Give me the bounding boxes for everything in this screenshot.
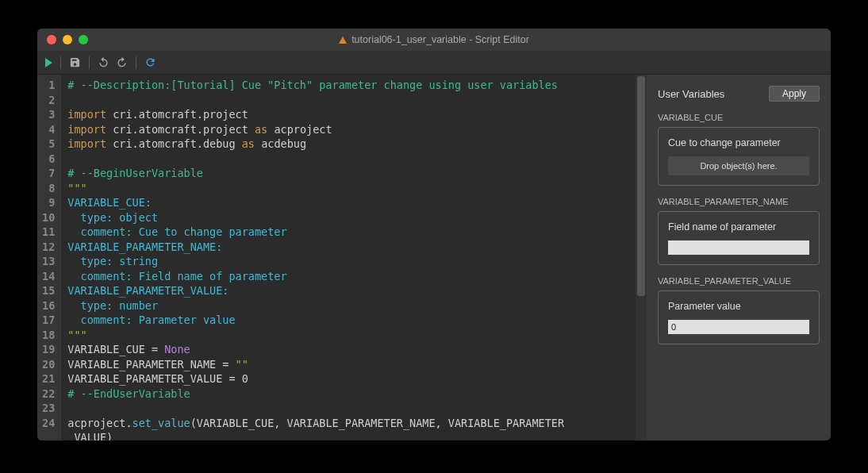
variable-block: VARIABLE_CUECue to change parameterDrop …	[658, 113, 820, 186]
variable-box: Field name of parameter	[658, 211, 820, 265]
minimize-icon[interactable]	[63, 35, 72, 44]
zoom-icon[interactable]	[79, 35, 88, 44]
window-title: tutorial06-1_user_variable - Script Edit…	[37, 34, 831, 45]
line-gutter: 1 2 3 4 5 6 7 8 9 10 11 12 13 14 15 16 1…	[37, 75, 61, 440]
panel-header: User Variables Apply	[658, 86, 820, 102]
save-icon	[69, 56, 81, 68]
vertical-scrollbar[interactable]	[636, 75, 647, 440]
window-controls	[37, 35, 88, 44]
variable-block: VARIABLE_PARAMETER_NAMEField name of par…	[658, 197, 820, 265]
undo-button[interactable]	[98, 56, 109, 68]
app-icon	[339, 37, 347, 44]
titlebar: tutorial06-1_user_variable - Script Edit…	[37, 29, 831, 51]
variable-box: Parameter value	[658, 290, 820, 344]
variable-comment: Cue to change parameter	[668, 137, 809, 148]
object-drop-zone[interactable]: Drop object(s) here.	[668, 156, 809, 175]
variable-key-label: VARIABLE_PARAMETER_VALUE	[658, 276, 820, 286]
separator	[136, 56, 136, 69]
save-button[interactable]	[69, 56, 81, 68]
variable-comment: Parameter value	[668, 301, 809, 312]
refresh-icon	[144, 56, 156, 68]
variable-box: Cue to change parameterDrop object(s) he…	[658, 127, 820, 186]
user-variables-panel: User Variables Apply VARIABLE_CUECue to …	[647, 75, 831, 440]
variable-block: VARIABLE_PARAMETER_VALUEParameter value	[658, 276, 820, 344]
refresh-button[interactable]	[144, 56, 156, 68]
variable-key-label: VARIABLE_PARAMETER_NAME	[658, 197, 820, 206]
separator	[60, 56, 61, 69]
panel-title: User Variables	[658, 88, 724, 100]
separator	[89, 56, 90, 69]
string-input[interactable]	[668, 240, 809, 255]
redo-icon	[116, 56, 128, 68]
content-area: 1 2 3 4 5 6 7 8 9 10 11 12 13 14 15 16 1…	[37, 75, 831, 440]
scroll-thumb[interactable]	[637, 76, 645, 296]
close-icon[interactable]	[47, 35, 56, 44]
code-editor[interactable]: 1 2 3 4 5 6 7 8 9 10 11 12 13 14 15 16 1…	[37, 75, 647, 440]
script-editor-window: tutorial06-1_user_variable - Script Edit…	[37, 29, 831, 440]
undo-icon	[98, 56, 109, 68]
redo-button[interactable]	[116, 56, 128, 68]
number-input[interactable]	[668, 320, 809, 334]
play-icon	[45, 58, 52, 67]
variable-key-label: VARIABLE_CUE	[658, 113, 820, 122]
variable-comment: Field name of parameter	[668, 221, 809, 233]
window-title-text: tutorial06-1_user_variable - Script Edit…	[351, 34, 529, 45]
run-button[interactable]	[45, 58, 52, 67]
toolbar	[37, 51, 831, 75]
apply-button[interactable]: Apply	[769, 86, 820, 102]
code-area[interactable]: # --Description:[Tutorial] Cue "Pitch" p…	[61, 75, 636, 440]
